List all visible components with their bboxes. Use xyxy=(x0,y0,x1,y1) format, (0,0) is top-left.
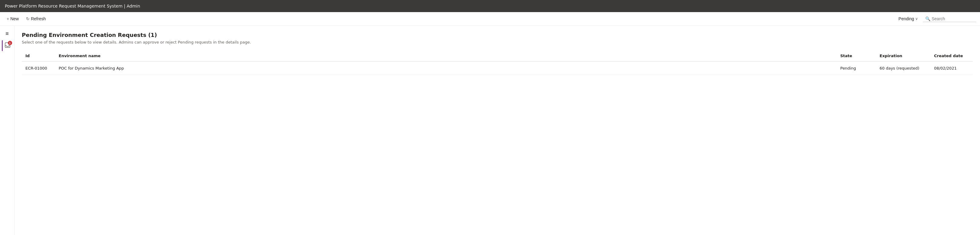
toolbar-left: + New ↻ Refresh xyxy=(4,14,896,23)
cell-id: ECR-01000 xyxy=(22,61,55,75)
refresh-button[interactable]: ↻ Refresh xyxy=(23,14,49,23)
new-button[interactable]: + New xyxy=(4,14,22,23)
sidebar-item-requests[interactable]: 1 xyxy=(2,40,13,51)
refresh-icon: ↻ xyxy=(26,16,30,21)
cell-environment-name: POC for Dynamics Marketing App xyxy=(55,61,837,75)
cell-state: Pending xyxy=(837,61,876,75)
col-header-created-date: Created date xyxy=(931,51,973,61)
requests-table: Id Environment name State Expiration Cre… xyxy=(22,51,973,75)
col-header-id: Id xyxy=(22,51,55,61)
filter-dropdown[interactable]: Pending ∨ xyxy=(896,15,920,22)
page-subtitle: Select one of the requests below to view… xyxy=(22,40,973,44)
col-header-environment-name: Environment name xyxy=(55,51,837,61)
table-body: ECR-01000 POC for Dynamics Marketing App… xyxy=(22,61,973,75)
sidebar: ≡ 1 xyxy=(0,26,14,235)
cell-expiration: 60 days (requested) xyxy=(876,61,931,75)
app-title: Power Platform Resource Request Manageme… xyxy=(5,4,140,8)
search-input[interactable] xyxy=(932,16,974,21)
toolbar: + New ↻ Refresh Pending ∨ 🔍 xyxy=(0,12,980,26)
top-bar: Power Platform Resource Request Manageme… xyxy=(0,0,980,12)
refresh-button-label: Refresh xyxy=(31,16,46,21)
table-header: Id Environment name State Expiration Cre… xyxy=(22,51,973,61)
sidebar-menu-button[interactable]: ≡ xyxy=(2,28,13,39)
toolbar-right: Pending ∨ 🔍 xyxy=(896,15,976,22)
col-header-expiration: Expiration xyxy=(876,51,931,61)
new-button-label: New xyxy=(10,16,19,21)
plus-icon: + xyxy=(6,16,9,21)
table-header-row: Id Environment name State Expiration Cre… xyxy=(22,51,973,61)
table-row[interactable]: ECR-01000 POC for Dynamics Marketing App… xyxy=(22,61,973,75)
page-title: Pending Environment Creation Requests (1… xyxy=(22,32,973,38)
main-content: Pending Environment Creation Requests (1… xyxy=(14,26,980,235)
search-icon: 🔍 xyxy=(925,16,931,21)
filter-label: Pending xyxy=(899,16,914,21)
hamburger-icon: ≡ xyxy=(5,30,9,37)
search-container: 🔍 xyxy=(923,16,976,22)
layout: ≡ 1 Pending Environment Creation Request… xyxy=(0,26,980,235)
col-header-state: State xyxy=(837,51,876,61)
nav-badge: 1 xyxy=(8,41,12,45)
chevron-down-icon: ∨ xyxy=(915,17,918,21)
cell-created-date: 08/02/2021 xyxy=(931,61,973,75)
